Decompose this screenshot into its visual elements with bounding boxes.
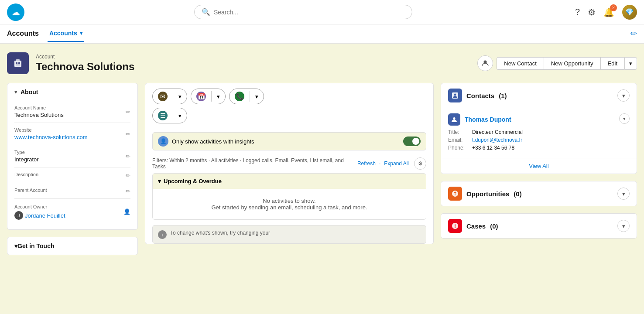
- tip-icon: i: [158, 230, 167, 239]
- contact-phone-label: Phone:: [448, 145, 472, 151]
- contact-email-label: Email:: [448, 137, 472, 143]
- get-in-touch-header[interactable]: ▾ Get in Touch: [7, 237, 137, 255]
- activity-card: ✉ ▾ 📅 ▾: [145, 83, 434, 244]
- owner-value[interactable]: Jordane Feuillet: [25, 212, 65, 219]
- record-label: Account: [36, 54, 134, 60]
- salesforce-logo[interactable]: ☁: [7, 3, 24, 21]
- svg-text:☁: ☁: [11, 7, 20, 17]
- activity-buttons-row: ✉ ▾ 📅 ▾: [152, 89, 426, 104]
- insights-icon: 👤: [158, 136, 168, 147]
- upcoming-header[interactable]: ▾ Upcoming & Overdue: [153, 174, 426, 189]
- description-edit-icon[interactable]: ✏: [126, 172, 130, 178]
- contact-email-value[interactable]: t.dupont@technova.fr: [472, 137, 522, 143]
- phone-icon: 📞: [235, 92, 244, 101]
- three-col-layout: ▾ About Account Name Technova Solutions …: [7, 83, 637, 262]
- notification-count: 2: [610, 4, 617, 11]
- edit-button[interactable]: Edit: [600, 57, 624, 70]
- account-name-label: Account Name: [14, 105, 130, 110]
- contact-name[interactable]: Thomas Dupont: [465, 116, 511, 123]
- actions-dropdown-button[interactable]: ▾: [624, 57, 637, 70]
- insights-row: 👤 Only show activities with insights: [152, 132, 426, 150]
- filter-row: Filters: Within 2 months · All activitie…: [145, 154, 433, 173]
- website-value[interactable]: www.technova-solutions.com: [14, 134, 130, 140]
- search-icon: 🔍: [202, 8, 210, 16]
- about-card: ▾ About Account Name Technova Solutions …: [7, 83, 138, 230]
- type-field: Type Integrator ✏: [14, 145, 130, 167]
- website-edit-icon[interactable]: ✏: [126, 131, 130, 137]
- new-contact-button[interactable]: New Contact: [497, 57, 543, 70]
- contact-dropdown-button[interactable]: ▾: [619, 113, 630, 124]
- accounts-tab-chevron: ▾: [80, 30, 82, 36]
- account-name-edit-icon[interactable]: ✏: [126, 109, 130, 115]
- settings-icon[interactable]: ⚙: [588, 7, 596, 17]
- search-input[interactable]: [214, 9, 405, 16]
- subnav-title: Accounts: [7, 30, 39, 38]
- insights-toggle[interactable]: [403, 137, 421, 146]
- email-button-group: ✉ ▾: [152, 89, 187, 104]
- refresh-link[interactable]: Refresh: [357, 160, 376, 167]
- owner-field: Account Owner J Jordane Feuillet 👤: [14, 199, 130, 224]
- calendar-button-group: 📅 ▾: [191, 89, 226, 104]
- help-icon[interactable]: ?: [575, 7, 580, 17]
- svg-rect-3: [14, 61, 21, 67]
- expand-all-link[interactable]: Expand All: [384, 160, 409, 167]
- phone-dropdown-button[interactable]: ▾: [250, 91, 264, 102]
- notifications-icon[interactable]: 🔔 2: [603, 7, 614, 17]
- insights-label: Only show activities with insights: [172, 138, 254, 145]
- list-button-group: ☰ ▾: [152, 108, 187, 123]
- cases-count: (0): [490, 222, 498, 230]
- upcoming-body: No activities to show. Get started by se…: [153, 189, 426, 219]
- opportunities-collapse-button[interactable]: ▾: [617, 188, 630, 200]
- view-all-contacts-link[interactable]: View All: [441, 158, 637, 174]
- new-opportunity-button[interactable]: New Opportunity: [544, 57, 600, 70]
- no-activities-sub: Get started by sending an email, schedul…: [161, 204, 417, 211]
- svg-point-10: [454, 94, 456, 96]
- email-dropdown-button[interactable]: ▾: [173, 91, 187, 102]
- upcoming-header-label: Upcoming & Overdue: [164, 178, 222, 184]
- contacts-count: (1): [499, 92, 507, 99]
- account-name-value: Technova Solutions: [14, 112, 130, 118]
- account-name-field: Account Name Technova Solutions ✏: [14, 101, 130, 123]
- record-title: Technova Solutions: [36, 61, 134, 73]
- type-edit-icon[interactable]: ✏: [126, 153, 130, 160]
- contacts-header-label: Contacts: [466, 92, 494, 99]
- phone-button[interactable]: 📞: [230, 89, 250, 104]
- cases-card: Cases (0) ▾: [441, 213, 637, 239]
- main-content: Account Technova Solutions New Contact N…: [0, 44, 644, 314]
- activity-toolbar: ✉ ▾ 📅 ▾: [145, 83, 433, 129]
- user-avatar[interactable]: 💎: [622, 5, 637, 20]
- search-bar-wrapper: 🔍: [31, 5, 575, 19]
- cases-header-label: Cases: [466, 222, 486, 230]
- contacts-collapse-button[interactable]: ▾: [617, 89, 630, 102]
- svg-rect-5: [16, 62, 17, 64]
- website-label: Website: [14, 127, 130, 133]
- owner-avatar: J: [14, 211, 23, 220]
- owner-edit-icon[interactable]: 👤: [123, 208, 130, 215]
- calendar-dropdown-button[interactable]: ▾: [212, 91, 225, 102]
- cases-card-header[interactable]: Cases (0) ▾: [441, 214, 637, 238]
- parent-account-edit-icon[interactable]: ✏: [126, 188, 130, 194]
- parent-account-field: Parent Account ✏: [14, 183, 130, 199]
- accounts-tab[interactable]: Accounts ▾: [48, 25, 84, 42]
- about-card-header[interactable]: ▾ About: [7, 83, 137, 101]
- contacts-card-header[interactable]: Contacts (1) ▾: [441, 83, 637, 108]
- opportunities-count: (0): [514, 190, 521, 198]
- person-icon[interactable]: [477, 55, 493, 71]
- about-toggle-icon: ▾: [14, 89, 17, 95]
- filter-gear-icon[interactable]: ⚙: [414, 157, 426, 170]
- calendar-button[interactable]: 📅: [191, 89, 211, 104]
- cases-collapse-button[interactable]: ▾: [617, 220, 630, 232]
- search-bar[interactable]: 🔍: [194, 5, 412, 19]
- list-icon: ☰: [158, 111, 168, 120]
- get-in-touch-label: Get in Touch: [17, 242, 55, 249]
- right-column: Contacts (1) ▾: [441, 83, 637, 262]
- type-value: Integrator: [14, 156, 130, 163]
- svg-rect-7: [16, 65, 20, 65]
- email-button[interactable]: ✉: [153, 89, 173, 104]
- edit-pencil-icon[interactable]: ✏: [630, 29, 637, 38]
- list-dropdown-button[interactable]: ▾: [173, 110, 187, 122]
- opportunities-card-header[interactable]: Opportunities (0) ▾: [441, 181, 637, 206]
- record-actions: New Contact New Opportunity Edit ▾: [477, 55, 637, 71]
- list-button[interactable]: ☰: [153, 108, 173, 123]
- record-title-wrap: Account Technova Solutions: [36, 54, 134, 73]
